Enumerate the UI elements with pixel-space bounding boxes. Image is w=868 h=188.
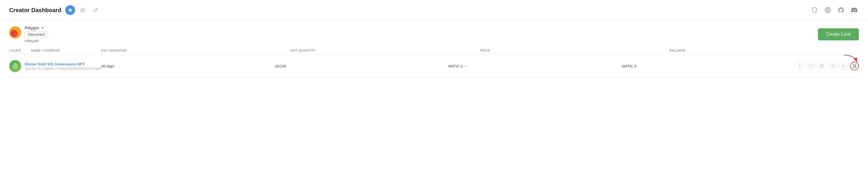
header: Creator Dashboard <box>0 0 868 21</box>
shield-icon <box>811 7 818 13</box>
disconnect-button[interactable]: Disconnect <box>25 31 48 38</box>
svg-rect-22 <box>855 66 855 67</box>
create-lock-button[interactable]: Create Lock <box>818 28 859 41</box>
airdrop-button[interactable] <box>817 62 826 70</box>
settings-icon <box>841 64 845 68</box>
circle-button[interactable] <box>823 5 832 15</box>
shield-button[interactable] <box>810 5 819 15</box>
network-left: Polygon ▼ Disconnect robey.eth <box>9 26 48 43</box>
discord-button[interactable] <box>849 5 859 15</box>
svg-rect-20 <box>853 66 854 67</box>
page-title: Creator Dashboard <box>9 7 61 14</box>
members-icon <box>831 64 835 68</box>
balance-cell: MATIC 0 <box>622 64 796 68</box>
network-name: Polygon <box>25 26 39 30</box>
svg-rect-18 <box>853 65 854 65</box>
svg-rect-24 <box>855 67 855 68</box>
key-quantity-cell: 16/100 <box>275 64 449 68</box>
svg-rect-12 <box>822 66 823 68</box>
svg-rect-10 <box>822 64 823 66</box>
col-locks-label: Locks Name / Address <box>9 49 101 52</box>
col-balance-label: Balance <box>670 49 859 52</box>
svg-rect-9 <box>820 64 822 66</box>
pencil-button[interactable] <box>78 5 88 15</box>
col-key-duration-label: Key Duration <box>101 49 291 52</box>
withdraw-button[interactable] <box>796 62 804 70</box>
chevron-down-icon[interactable]: ▼ <box>41 26 44 30</box>
lock-text: Dinner DAO S01 Governance NFT 0x619257A7… <box>25 62 101 70</box>
price-value: MATIC 0 <box>448 64 463 68</box>
qr-code-button[interactable] <box>850 62 859 70</box>
members-button[interactable] <box>828 62 837 70</box>
settings-button[interactable] <box>839 62 848 70</box>
svg-rect-25 <box>856 67 856 68</box>
info-icon <box>809 64 813 68</box>
airdrop-icon <box>820 64 824 68</box>
svg-rect-19 <box>855 65 856 65</box>
price-edit-icon[interactable]: ✏ <box>464 64 467 68</box>
lock-info: Dinner DAO S01 Governance NFT 0x619257A7… <box>9 60 101 72</box>
header-left: Creator Dashboard <box>9 5 100 15</box>
pencil-icon <box>81 8 85 12</box>
price-cell: MATIC 0 ✏ <box>448 64 622 68</box>
github-button[interactable] <box>836 5 845 15</box>
col-price-label: Price <box>480 49 670 52</box>
lock-logo <box>9 60 21 72</box>
home-button[interactable] <box>65 5 75 15</box>
network-info: Polygon ▼ Disconnect robey.eth <box>25 26 48 43</box>
github-icon <box>838 7 844 13</box>
table-section: Locks Name / Address Key Duration Key Qu… <box>0 47 868 78</box>
action-icons-wrapper <box>796 62 859 70</box>
circle-icon <box>825 7 831 13</box>
qr-icon <box>852 64 857 68</box>
table-header: Locks Name / Address Key Duration Key Qu… <box>9 47 859 55</box>
home-icon <box>68 8 72 12</box>
lock-name[interactable]: Dinner DAO S01 Governance NFT <box>25 62 101 66</box>
key-duration-cell: 30 days <box>101 64 275 68</box>
key-button[interactable] <box>91 5 100 15</box>
withdraw-icon <box>798 64 802 68</box>
lock-address: 0x619257A716A88Ac7C2B50342cBA5f8A3DF3Cba… <box>25 67 101 70</box>
header-right-icons <box>810 5 859 15</box>
info-button[interactable] <box>806 62 815 70</box>
header-icons <box>65 5 100 15</box>
polygon-logo <box>9 26 21 38</box>
svg-rect-23 <box>856 66 856 67</box>
unlock-icon <box>12 63 18 69</box>
col-key-quantity-label: Key Quantity <box>291 49 480 52</box>
action-icons <box>796 62 859 70</box>
svg-marker-14 <box>842 64 845 68</box>
table-row: Dinner DAO S01 Governance NFT 0x619257A7… <box>9 55 859 78</box>
network-bar: Polygon ▼ Disconnect robey.eth Create Lo… <box>0 21 868 47</box>
svg-point-13 <box>832 64 833 66</box>
key-icon <box>93 8 98 12</box>
network-name-row: Polygon ▼ <box>25 26 48 30</box>
wallet-address: robey.eth <box>25 39 48 43</box>
discord-icon <box>851 7 857 13</box>
svg-rect-11 <box>820 66 822 68</box>
